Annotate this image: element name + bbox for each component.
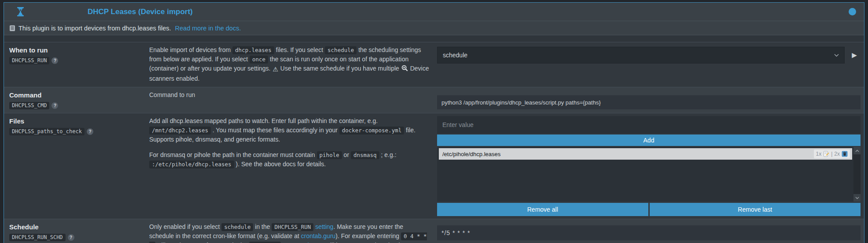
help-icon[interactable]: ? (51, 57, 58, 64)
add-button[interactable]: Add (437, 135, 861, 146)
plugin-info-bar: This plugin is to import devices from dh… (4, 21, 864, 35)
delete-count-badge: 2x (834, 151, 840, 157)
schedule-input[interactable] (437, 225, 861, 240)
setting-description: Enable import of devices from dhcp.lease… (149, 42, 435, 87)
remove-last-button[interactable]: Remove last (650, 203, 861, 216)
setting-description: Only enabled if you select schedule in t… (149, 219, 435, 243)
setting-code-chip: DHCPLSS_paths_to_check (9, 128, 85, 135)
page-title: DHCP Leases (Device import) (88, 7, 193, 16)
list-scrollbar[interactable] (853, 147, 861, 202)
setting-code-chip: DHCPLSS_CMD (9, 102, 49, 109)
remove-all-button[interactable]: Remove all (437, 203, 648, 216)
hourglass-icon (17, 7, 24, 16)
info-text: This plugin is to import devices from dh… (18, 25, 171, 32)
setting-row-command: Command DHCPLSS_CMD ? Command to run (4, 87, 864, 113)
help-icon[interactable]: ? (68, 234, 74, 241)
setting-code-chip: DHCPLSS_RUN_SCHD (9, 234, 66, 241)
item-action-badges: 1x | 2x (814, 150, 850, 158)
docs-icon (9, 25, 15, 31)
paths-list-box: /etc/pihole/dhcp.leases 1x | 2x (437, 147, 861, 202)
setting-description: Command to run (149, 87, 435, 113)
setting-label: Command (9, 91, 145, 99)
setting-label: When to run (9, 46, 145, 54)
search-plus-icon (401, 65, 408, 71)
help-icon[interactable]: ? (87, 128, 93, 135)
trash-icon[interactable] (842, 151, 848, 157)
setting-description: Add all dhcp.leases mapped paths to watc… (149, 113, 435, 219)
play-icon: ▶ (852, 51, 857, 59)
run-mode-selected-value: schedule (443, 52, 467, 59)
badge-divider: | (831, 151, 832, 157)
list-item-path[interactable]: /etc/pihole/dhcp.leases 1x | 2x (439, 148, 852, 160)
path-text: /etc/pihole/dhcp.leases (442, 151, 500, 157)
edit-icon[interactable] (823, 151, 829, 157)
help-icon[interactable]: ? (51, 102, 58, 109)
inline-link[interactable]: setting (315, 223, 333, 230)
scroll-down-icon[interactable] (853, 194, 861, 202)
setting-row-schedule: Schedule DHCPLSS_RUN_SCHD ? Only enabled… (4, 219, 864, 243)
panel-header: DHCP Leases (Device import) (4, 3, 864, 21)
setting-row-when-to-run: When to run DHCPLSS_RUN ? Enable import … (4, 42, 864, 87)
plugin-settings-panel: DHCP Leases (Device import) This plugin … (4, 2, 864, 243)
setting-label: Files (9, 117, 145, 125)
setting-row-files: Files DHCPLSS_paths_to_check ? Add all d… (4, 113, 864, 219)
chevron-down-icon (834, 54, 839, 57)
docs-link[interactable]: Read more in the docs. (175, 25, 241, 32)
new-path-input[interactable] (437, 116, 861, 134)
inline-link[interactable]: crontab.guru (301, 232, 336, 239)
edit-count-badge: 1x (816, 151, 822, 157)
run-mode-select[interactable]: schedule (437, 47, 845, 64)
run-now-button[interactable]: ▶ (848, 47, 861, 64)
status-dot[interactable] (849, 8, 856, 15)
warning-icon: ⚠ (272, 65, 279, 74)
setting-label: Schedule (9, 223, 145, 231)
setting-code-chip: DHCPLSS_RUN (9, 57, 49, 64)
scroll-up-icon[interactable] (853, 147, 861, 154)
paths-list: /etc/pihole/dhcp.leases 1x | 2x (437, 147, 853, 160)
command-field[interactable] (437, 95, 861, 109)
panel-body-spacer (4, 35, 864, 42)
